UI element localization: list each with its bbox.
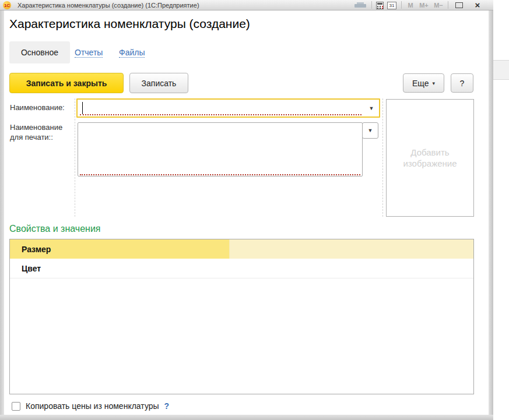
tab-osnovnoe[interactable]: Основное	[9, 41, 70, 63]
window-frame-bottom	[0, 415, 493, 420]
text-cursor	[82, 102, 83, 114]
print-icon[interactable]	[353, 1, 367, 9]
memory-recall-button[interactable]: M	[406, 1, 415, 9]
dialog-window: 1С Характеристика номенклатуры (создание…	[0, 0, 493, 420]
titlebar-separator	[401, 1, 402, 9]
help-button[interactable]: ?	[451, 73, 473, 93]
name-input[interactable]: ▼	[76, 98, 380, 118]
save-and-close-button[interactable]: Записать и закрыть	[9, 73, 124, 93]
print-name-textarea[interactable]	[78, 122, 363, 177]
name-field-label: Наименование:	[10, 103, 65, 112]
print-name-label-line2: для печати::	[10, 132, 62, 142]
tab-otchety[interactable]: Отчеты	[75, 48, 103, 58]
copy-prices-label: Копировать цены из номенклатуры	[26, 401, 159, 411]
window-frame-right	[489, 10, 493, 415]
memory-add-button[interactable]: M+	[417, 1, 430, 9]
dropdown-arrow-icon: ▼	[369, 105, 374, 111]
close-icon: ×	[475, 1, 480, 9]
printer-icon	[354, 2, 366, 9]
copy-prices-row: Копировать цены из номенклатуры ?	[12, 401, 169, 411]
required-field-underline	[80, 114, 361, 115]
name-dropdown-button[interactable]: ▼	[364, 100, 379, 117]
more-button-label: Еще	[412, 79, 429, 88]
save-button[interactable]: Записать	[129, 73, 188, 93]
screen: 1С Характеристика номенклатуры (создание…	[0, 0, 509, 420]
memory-subtract-button[interactable]: M−	[432, 1, 445, 9]
form-image-splitter[interactable]	[382, 98, 383, 217]
property-name: Размер	[10, 245, 51, 254]
more-button[interactable]: Еще ▾	[403, 73, 444, 93]
calculator-icon[interactable]	[375, 1, 384, 9]
1c-logo-icon: 1С	[3, 1, 11, 9]
calculator-glyph-icon	[376, 2, 384, 9]
print-name-label-line1: Наименование	[10, 122, 62, 132]
properties-table: Размер Цвет	[9, 239, 474, 394]
close-button[interactable]: ×	[472, 1, 483, 9]
window-title: Характеристика номенклатуры (создание) (…	[17, 2, 199, 9]
titlebar-separator	[371, 1, 372, 9]
add-image-button[interactable]: Добавить изображение	[386, 99, 474, 217]
tab-faily[interactable]: Файлы	[119, 48, 145, 58]
form-label-splitter	[75, 98, 75, 217]
maximize-icon	[455, 2, 463, 8]
table-row-tsvet[interactable]: Цвет	[10, 259, 473, 278]
add-image-placeholder-line2: изображение	[403, 158, 457, 169]
titlebar: 1С Характеристика номенклатуры (создание…	[0, 0, 493, 10]
property-name: Цвет	[10, 264, 41, 273]
dialog-content: Характеристика номенклатуры (создание) О…	[4, 11, 489, 415]
chevron-down-icon: ▾	[432, 80, 435, 86]
copy-prices-checkbox[interactable]	[12, 402, 20, 411]
print-name-field-label: Наименование для печати::	[10, 122, 62, 142]
properties-section-title: Свойства и значения	[9, 224, 100, 234]
window-frame-left	[0, 10, 4, 415]
print-name-dropdown-button[interactable]: ▼	[362, 122, 378, 139]
titlebar-separator	[448, 1, 448, 9]
calendar-icon[interactable]: 31	[387, 1, 397, 9]
dropdown-arrow-icon: ▼	[368, 128, 373, 133]
table-row-razmer[interactable]: Размер	[10, 239, 473, 259]
maximize-button[interactable]	[454, 1, 464, 9]
calendar-day: 31	[387, 2, 396, 9]
required-field-underline	[80, 174, 360, 175]
page-title: Характеристика номенклатуры (создание)	[9, 17, 250, 31]
background-window-fragment	[493, 60, 509, 80]
copy-prices-help-link[interactable]: ?	[164, 401, 170, 411]
add-image-placeholder-line1: Добавить	[403, 147, 457, 158]
